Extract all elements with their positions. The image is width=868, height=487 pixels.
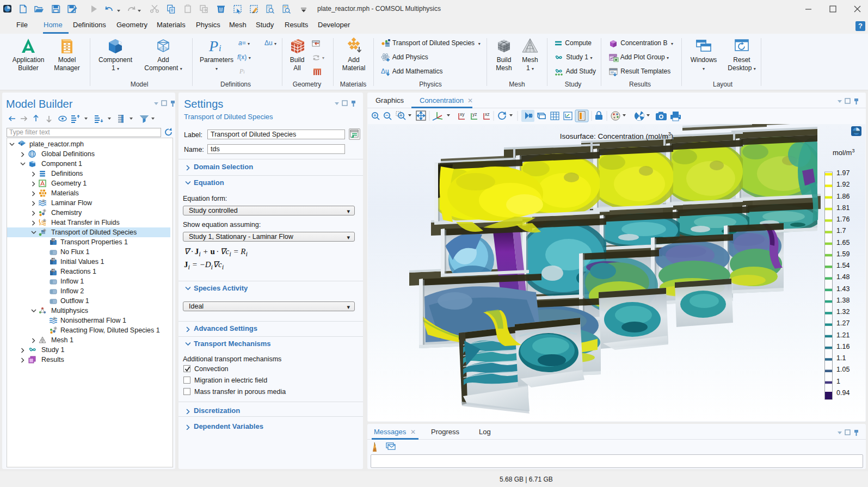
svg-text:P: P <box>208 38 218 54</box>
svg-text:xy: xy <box>460 112 465 117</box>
svg-text:xz: xz <box>485 112 490 117</box>
svg-text:yz: yz <box>472 112 477 117</box>
svg-text:i: i <box>219 44 221 53</box>
